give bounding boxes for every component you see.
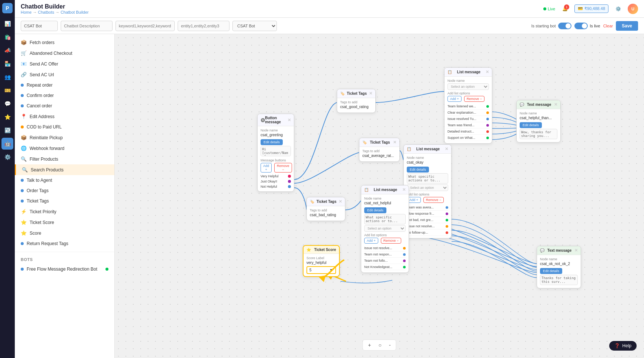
is-live-toggle-switch[interactable]: [574, 23, 588, 29]
ticket-tags-node-1[interactable]: 🏷️ Ticket Tags ✕ Tags to add csat_good_r…: [337, 89, 376, 113]
list-message-node-1[interactable]: 📋 List message ✕ Node name Select an opt…: [444, 67, 492, 144]
menu-ticket-tags[interactable]: Ticket Tags: [15, 196, 114, 206]
zoom-reset-button[interactable]: ○: [376, 341, 384, 349]
list-msg-2-textarea[interactable]: What specific actions or to...: [407, 173, 448, 184]
description-input[interactable]: [61, 21, 113, 31]
canvas-area[interactable]: 🔘 Button message ✕ Node name csat_greeti…: [115, 34, 644, 358]
menu-abandoned-checkout[interactable]: 🛒 Abandoned Checkout: [15, 48, 114, 58]
list-msg-1-close[interactable]: ✕: [486, 70, 489, 74]
ticket-tags-2-close[interactable]: ✕: [393, 140, 396, 145]
text-msg-1-close[interactable]: ✕: [554, 102, 557, 107]
list-msg-1-remove-btn[interactable]: Remove −: [464, 96, 484, 102]
text-msg-1-edit-btn[interactable]: Edit details: [520, 122, 542, 128]
bot-name-input[interactable]: [21, 21, 58, 31]
nav-orders[interactable]: 🛍️: [1, 31, 13, 43]
assign-to-select[interactable]: CSAT Bot: [232, 21, 277, 31]
button-message-edit-btn[interactable]: Edit details: [261, 139, 283, 145]
list-msg-2-edit-btn[interactable]: Edit details: [407, 167, 429, 173]
ticket-tags-3-close[interactable]: ✕: [339, 199, 342, 204]
nav-settings[interactable]: ⚙️: [1, 151, 13, 163]
list-msg-2-close[interactable]: ✕: [445, 147, 448, 151]
app-logo[interactable]: P: [2, 3, 13, 13]
score-select-box[interactable]: 5 ▼: [306, 266, 336, 274]
nav-campaigns[interactable]: 📣: [1, 44, 13, 56]
list-option-3-4: Not Knowledgeat...: [364, 264, 406, 270]
menu-cod-paid[interactable]: COD to Paid URL: [15, 122, 114, 132]
starting-bot-toggle-switch[interactable]: [558, 23, 571, 29]
ticket-tags-1-close[interactable]: ✕: [369, 91, 372, 96]
list-msg-2-title-select[interactable]: Select an option: [407, 184, 448, 191]
text-msg-2-close[interactable]: ✕: [574, 248, 578, 253]
button-message-node[interactable]: 🔘 Button message ✕ Node name csat_greeti…: [257, 114, 294, 192]
help-button[interactable]: ❓ Help: [609, 341, 637, 351]
zoom-in-button[interactable]: +: [366, 341, 373, 349]
nav-returns[interactable]: ↩️: [1, 124, 13, 136]
menu-send-ac-offer[interactable]: 📧 Send AC Offer: [15, 58, 114, 69]
settings-icon-button[interactable]: ⚙️: [613, 4, 623, 14]
list-msg-3-textarea[interactable]: What specific actions or to...: [364, 214, 406, 224]
ticket-tags-2-value: csat_average_rat...: [362, 154, 396, 158]
score-select-arrow: ▼: [329, 268, 333, 272]
menu-return-request-tags[interactable]: Return Request Tags: [15, 238, 114, 249]
breadcrumb-home[interactable]: Home: [21, 10, 31, 14]
menu-webhook-forward[interactable]: 🌐 Webhook forward: [15, 143, 114, 154]
menu-order-tags[interactable]: Order Tags: [15, 185, 114, 196]
nav-customers[interactable]: 👥: [1, 71, 13, 83]
menu-send-ac-url[interactable]: 🔗 Send AC Url: [15, 69, 114, 80]
balance-display[interactable]: 💳 ₹90,488.48: [574, 4, 608, 13]
ticket-tags-node-3[interactable]: 🏷️ Ticket Tags ✕ Tags to add csat_bad_ra…: [306, 197, 345, 221]
menu-filter-products[interactable]: 🔍 Filter Products: [15, 154, 114, 164]
list-msg-3-close[interactable]: ✕: [402, 187, 406, 192]
text-msg-1-textarea[interactable]: Wow, thanks for sharing you...: [520, 129, 557, 139]
nav-chat[interactable]: 💬: [1, 98, 13, 110]
nav-bots[interactable]: 🤖: [1, 138, 13, 150]
list-msg-1-name-label: Node name: [447, 79, 489, 83]
menu-edit-address[interactable]: 📍 Edit Address: [15, 111, 114, 122]
menu-free-flow-bot[interactable]: Free Flow Message Redirection Bot: [15, 264, 114, 274]
list-message-node-3[interactable]: 📋 List message ✕ Node name csat_not_help…: [361, 185, 409, 273]
text-msg-2-edit-btn[interactable]: Edit details: [540, 268, 562, 274]
menu-score[interactable]: ⭐ Score: [15, 228, 114, 238]
menu-fetch-orders[interactable]: 📦 Fetch orders: [15, 37, 114, 48]
menu-ticket-priority[interactable]: ⚡ Ticket Priority: [15, 206, 114, 217]
list-message-node-2[interactable]: 📋 List message ✕ Node name csat_okay Edi…: [403, 144, 452, 238]
menu-confirm-order[interactable]: Confirm order: [15, 90, 114, 101]
zoom-out-button[interactable]: -: [387, 341, 393, 349]
menu-ticket-score[interactable]: ⭐ Ticket Score: [15, 217, 114, 228]
clear-button[interactable]: Clear: [603, 24, 613, 28]
breadcrumb-chatbots[interactable]: Chatbots: [38, 10, 54, 14]
remove-button-btn[interactable]: Remove −: [274, 163, 292, 173]
list-msg-3-title-select[interactable]: Select an option: [364, 225, 406, 232]
save-button[interactable]: Save: [616, 21, 638, 31]
add-button-btn[interactable]: Add +: [261, 163, 272, 173]
list-option-3-2: Team not respon...: [364, 251, 406, 258]
button-message-textarea[interactable]: Hi [customer/Name]...: [261, 146, 291, 156]
top-bar: Chatbot Builder Home → Chatbots → Chatbo…: [15, 0, 644, 18]
list-msg-1-add-btn[interactable]: Add +: [447, 96, 462, 102]
list-msg-3-add-btn[interactable]: Add +: [364, 238, 378, 244]
text-message-node-2[interactable]: 💬 Text message ✕ Node name csat_ok_not_o…: [537, 246, 581, 288]
notification-button[interactable]: 🔔 1: [560, 4, 570, 14]
menu-repeat-order[interactable]: Repeat order: [15, 80, 114, 90]
nav-dashboard[interactable]: 📊: [1, 18, 13, 30]
keywords-input[interactable]: [115, 21, 175, 31]
menu-cancel-order[interactable]: Cancel order: [15, 101, 114, 111]
nav-reviews[interactable]: ⭐: [1, 111, 13, 123]
nav-store[interactable]: 🏪: [1, 58, 13, 70]
nav-tickets[interactable]: 🎫: [1, 84, 13, 96]
user-avatar[interactable]: U: [628, 4, 638, 14]
menu-search-products[interactable]: 🔍 Search Products: [15, 164, 114, 175]
list-msg-3-edit-btn[interactable]: Edit details: [364, 207, 386, 213]
list-msg-1-title-select[interactable]: Select an option: [447, 83, 489, 90]
list-msg-3-remove-btn[interactable]: Remove −: [381, 238, 401, 244]
list-opt-2-1-dot: [446, 206, 448, 209]
menu-reinitiate-pickup[interactable]: 📦 Reinitiate Pickup: [15, 132, 114, 143]
ticket-score-node[interactable]: ⭐ Ticket Score Score Label very_helpful …: [303, 245, 340, 277]
text-msg-2-textarea[interactable]: Thanks for taking this surv...: [540, 275, 578, 285]
entity-input[interactable]: [178, 21, 229, 31]
text-message-node-1[interactable]: 💬 Text message ✕ Node name csat_helpful_…: [516, 100, 561, 143]
ticket-tags-node-2[interactable]: 🏷️ Ticket Tags ✕ Tags to add csat_averag…: [359, 138, 400, 162]
list-msg-2-remove-btn[interactable]: Remove −: [423, 197, 444, 203]
button-message-close[interactable]: ✕: [288, 118, 291, 123]
menu-talk-to-agent[interactable]: Talk to Agent: [15, 175, 114, 185]
